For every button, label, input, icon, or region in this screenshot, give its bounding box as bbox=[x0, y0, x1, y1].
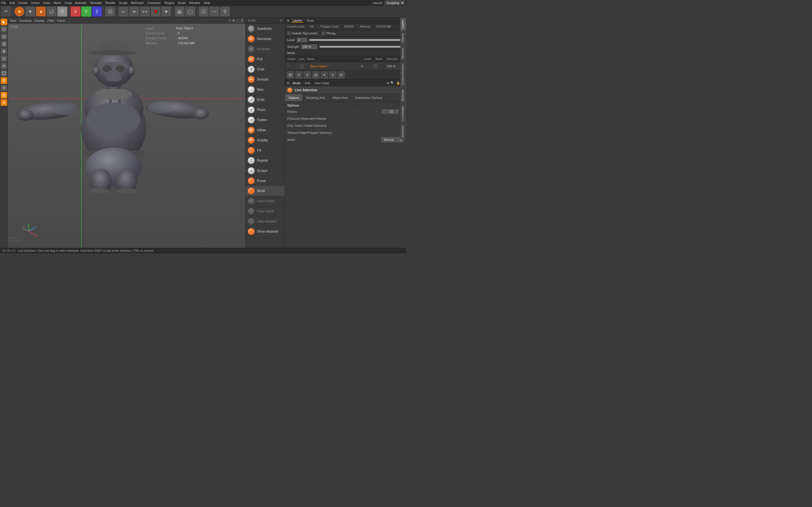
layer-mask-checkbox[interactable] bbox=[374, 64, 377, 68]
viewport-icon-move[interactable]: ⤡ bbox=[229, 18, 231, 22]
toolbar-top-view[interactable] bbox=[185, 6, 195, 17]
left-tool-lasso[interactable] bbox=[1, 41, 7, 47]
level-slider[interactable] bbox=[309, 39, 404, 41]
menu-help[interactable]: Help bbox=[204, 1, 210, 4]
include-top-levels-checkbox[interactable]: ✓ Include Top Levels bbox=[287, 32, 317, 35]
tool-repeat[interactable]: Repeat bbox=[246, 156, 285, 166]
tool-flatten[interactable]: Flatten bbox=[246, 115, 285, 125]
menu-sculpt[interactable]: Sculpt bbox=[119, 1, 128, 4]
menu-window[interactable]: Window bbox=[189, 1, 200, 4]
toolbar-play[interactable] bbox=[161, 6, 171, 17]
menu-plugins[interactable]: Plugins bbox=[164, 1, 174, 4]
layer-btn-select[interactable] bbox=[287, 71, 294, 78]
tool-knife[interactable]: Knife bbox=[246, 95, 285, 105]
tool-increase[interactable]: Increase bbox=[246, 44, 285, 54]
toolbar-camera[interactable] bbox=[199, 6, 209, 17]
toolbar-light[interactable] bbox=[220, 6, 230, 17]
menu-script[interactable]: Script bbox=[178, 1, 186, 4]
options-tab-modeling-axis[interactable]: Modeling Axis bbox=[303, 94, 329, 101]
menu-create[interactable]: Create bbox=[18, 1, 28, 4]
strength-slider[interactable] bbox=[319, 46, 404, 48]
tool-pinch[interactable]: Pinch bbox=[246, 105, 285, 115]
menu-mesh[interactable]: Mesh bbox=[54, 1, 61, 4]
layout-dropdown[interactable]: Sculpting bbox=[385, 1, 405, 5]
tab-mode[interactable]: Mode bbox=[292, 81, 302, 85]
layer-btn-delete[interactable] bbox=[304, 71, 311, 78]
viewport-menu-panel[interactable]: Panel bbox=[57, 19, 65, 22]
options-tab-subdivision[interactable]: Subdivision Surface bbox=[352, 94, 386, 101]
viewport[interactable]: View Cameras Display Filter Panel ⤡ ⊕ ▢ … bbox=[8, 17, 245, 248]
tool-erase[interactable]: Erase bbox=[246, 176, 285, 186]
left-tool-rotate[interactable] bbox=[1, 55, 7, 62]
layer-btn-down[interactable] bbox=[329, 71, 336, 78]
tool-invert-mask[interactable]: Invert Mask bbox=[246, 196, 285, 206]
left-tool-orange[interactable] bbox=[1, 99, 7, 106]
level-input[interactable] bbox=[297, 38, 307, 42]
left-tool-move[interactable] bbox=[1, 48, 7, 55]
radius-input[interactable] bbox=[382, 109, 399, 114]
menu-select[interactable]: Select bbox=[31, 1, 40, 4]
toolbar-record[interactable] bbox=[151, 6, 161, 17]
side-tab-objects[interactable]: Objects bbox=[400, 31, 406, 45]
side-tab-layers[interactable]: Layers bbox=[400, 17, 406, 31]
left-tool-layer[interactable] bbox=[1, 84, 7, 91]
left-tool-select[interactable] bbox=[1, 18, 7, 25]
left-tool-magnet[interactable] bbox=[1, 77, 7, 84]
toolbar-perspective-cube[interactable] bbox=[174, 6, 185, 17]
side-tab-content-browser[interactable]: Content Browser bbox=[400, 61, 406, 87]
sculpt-gear-icon[interactable]: ⚙ bbox=[280, 18, 283, 22]
side-tab-structure[interactable]: Structure bbox=[400, 45, 406, 61]
tool-show-masked[interactable]: Show Masked bbox=[246, 226, 285, 237]
toolbar-scale[interactable] bbox=[57, 6, 67, 17]
tab-layers[interactable]: Layers bbox=[292, 18, 303, 22]
menu-tools[interactable]: Tools bbox=[43, 1, 50, 4]
side-tab-coordinates[interactable]: Coordinates bbox=[400, 103, 406, 123]
menu-file[interactable]: File bbox=[1, 1, 6, 4]
viewport-icon-menu[interactable]: ☰ bbox=[241, 18, 244, 22]
toolbar-world-axis[interactable] bbox=[105, 6, 115, 17]
undo-button[interactable]: ↶ bbox=[1, 6, 11, 17]
tool-pull[interactable]: Pull bbox=[246, 54, 285, 64]
attrib-nav-back[interactable]: ◀ bbox=[387, 81, 389, 85]
menu-edit[interactable]: Edit bbox=[10, 1, 15, 4]
menu-render[interactable]: Render bbox=[105, 1, 116, 4]
axis-y-button[interactable]: Y bbox=[81, 6, 91, 17]
layer-lock-checkbox[interactable] bbox=[300, 64, 304, 68]
left-tool-transform[interactable] bbox=[1, 70, 7, 76]
options-tab-object-axis[interactable]: Object Axis bbox=[329, 94, 352, 101]
phong-checkbox[interactable]: ✓ Phong bbox=[322, 32, 336, 35]
layer-btn-duplicate[interactable] bbox=[312, 71, 319, 78]
toolbar-move[interactable]: ▦ bbox=[36, 6, 46, 17]
tool-scrape[interactable]: Scrape bbox=[246, 166, 285, 176]
layer-btn-menu[interactable] bbox=[338, 71, 345, 78]
menu-snap[interactable]: Snap bbox=[64, 1, 72, 4]
tool-decrease[interactable]: Decrease bbox=[246, 34, 285, 44]
left-tool-scale[interactable] bbox=[1, 62, 7, 69]
viewport-menu-cameras[interactable]: Cameras bbox=[19, 19, 32, 22]
options-tab-options[interactable]: Options bbox=[285, 94, 303, 101]
tool-grab[interactable]: Grab bbox=[246, 64, 285, 74]
tool-fill[interactable]: Fill bbox=[246, 145, 285, 156]
toolbar-rotate[interactable] bbox=[47, 6, 57, 17]
tool-mask[interactable]: Mask bbox=[246, 186, 285, 196]
strength-input[interactable] bbox=[301, 45, 317, 49]
viewport-canvas[interactable]: Front LayerBase Object Current Level: 4 … bbox=[8, 24, 245, 248]
tool-clear-mask[interactable]: Clear Mask bbox=[246, 206, 285, 216]
toolbar-add[interactable] bbox=[25, 6, 35, 17]
left-tool-circle[interactable] bbox=[1, 26, 7, 33]
toolbar-keyframe[interactable]: ▶| bbox=[118, 6, 129, 17]
tool-smooth[interactable]: Smooth bbox=[246, 74, 285, 84]
toolbar-prev-frame[interactable]: ◀▶ bbox=[129, 6, 139, 17]
toolbar-next-frame[interactable]: ▶◀ bbox=[140, 6, 150, 17]
menu-character[interactable]: Character bbox=[147, 1, 161, 4]
tool-wax[interactable]: Wax bbox=[246, 84, 285, 95]
attrib-lock-icon[interactable]: 🔒 bbox=[396, 81, 400, 85]
layer-btn-add[interactable] bbox=[295, 71, 303, 78]
side-tab-materials[interactable]: Materials bbox=[400, 87, 406, 103]
attrib-search-icon[interactable]: 🔍 bbox=[391, 81, 395, 85]
viewport-icon-fullscreen[interactable]: ▢ bbox=[236, 18, 239, 22]
menu-animate[interactable]: Animate bbox=[75, 1, 87, 4]
viewport-menu-display[interactable]: Display bbox=[35, 19, 45, 22]
viewport-menu-view[interactable]: View bbox=[10, 19, 16, 22]
layer-btn-up[interactable] bbox=[320, 71, 328, 78]
